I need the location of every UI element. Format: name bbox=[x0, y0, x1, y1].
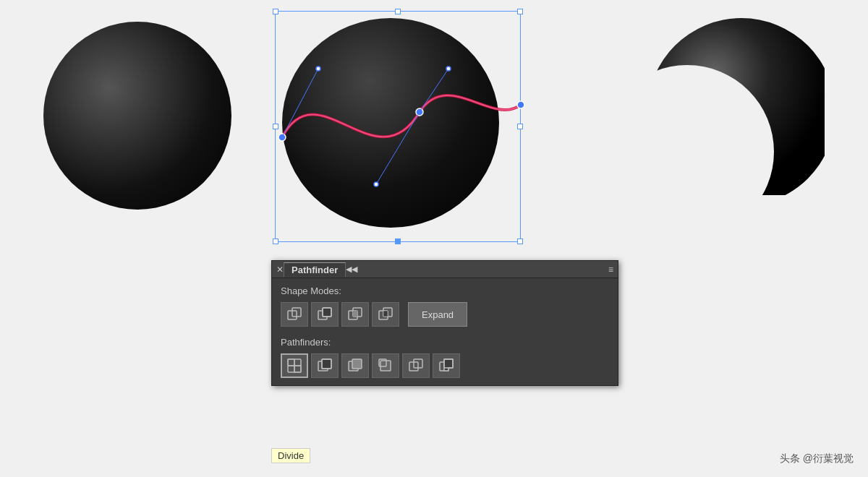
panel-collapse-button[interactable]: ◀◀ bbox=[346, 265, 357, 274]
svg-rect-18 bbox=[353, 311, 357, 317]
svg-line-5 bbox=[420, 69, 448, 112]
outline-button[interactable] bbox=[402, 353, 430, 378]
curve-path-svg bbox=[275, 11, 521, 242]
svg-point-2 bbox=[517, 101, 524, 108]
intersect-button[interactable] bbox=[341, 302, 369, 327]
exclude-button[interactable] bbox=[372, 302, 399, 327]
svg-rect-24 bbox=[294, 366, 301, 372]
circle-left bbox=[43, 22, 231, 210]
svg-point-8 bbox=[446, 66, 451, 71]
minus-back-button[interactable] bbox=[433, 353, 460, 378]
panel-close-button[interactable]: ✕ bbox=[276, 265, 284, 275]
shape-modes-row: Expand bbox=[281, 302, 609, 327]
merge-button[interactable] bbox=[341, 353, 369, 378]
circle-center-wrapper bbox=[275, 11, 521, 242]
svg-rect-32 bbox=[380, 361, 391, 371]
trim-button[interactable] bbox=[311, 353, 339, 378]
panel-menu-button[interactable]: ≡ bbox=[608, 265, 613, 275]
svg-rect-21 bbox=[383, 311, 388, 317]
divide-tooltip: Divide bbox=[271, 448, 310, 463]
expand-button[interactable]: Expand bbox=[408, 302, 467, 327]
svg-line-4 bbox=[376, 112, 420, 184]
panel-titlebar: ✕ Pathfinder ◀◀ ≡ bbox=[272, 261, 618, 278]
svg-point-7 bbox=[374, 182, 378, 186]
panel-title[interactable]: Pathfinder bbox=[284, 262, 346, 277]
shape-right bbox=[644, 14, 825, 195]
pathfinders-label: Pathfinders: bbox=[281, 337, 609, 348]
shape-modes-label: Shape Modes: bbox=[281, 285, 609, 296]
panel-body: Shape Modes: bbox=[272, 278, 618, 385]
svg-line-3 bbox=[282, 69, 318, 137]
svg-rect-31 bbox=[352, 359, 362, 369]
svg-rect-23 bbox=[288, 359, 294, 366]
pathfinders-row bbox=[281, 353, 609, 378]
svg-rect-28 bbox=[322, 359, 331, 369]
svg-rect-14 bbox=[323, 308, 331, 317]
crop-button[interactable] bbox=[372, 353, 399, 378]
pathfinder-panel: ✕ Pathfinder ◀◀ ≡ Shape Modes: bbox=[271, 260, 618, 386]
svg-point-6 bbox=[316, 66, 320, 71]
minus-front-button[interactable] bbox=[311, 302, 339, 327]
canvas-area: ✕ Pathfinder ◀◀ ≡ Shape Modes: bbox=[0, 0, 868, 477]
divide-button[interactable] bbox=[281, 353, 308, 378]
crescent-svg bbox=[644, 14, 825, 195]
watermark: 头条 @衍葉视觉 bbox=[780, 452, 854, 465]
unite-button[interactable] bbox=[281, 302, 308, 327]
